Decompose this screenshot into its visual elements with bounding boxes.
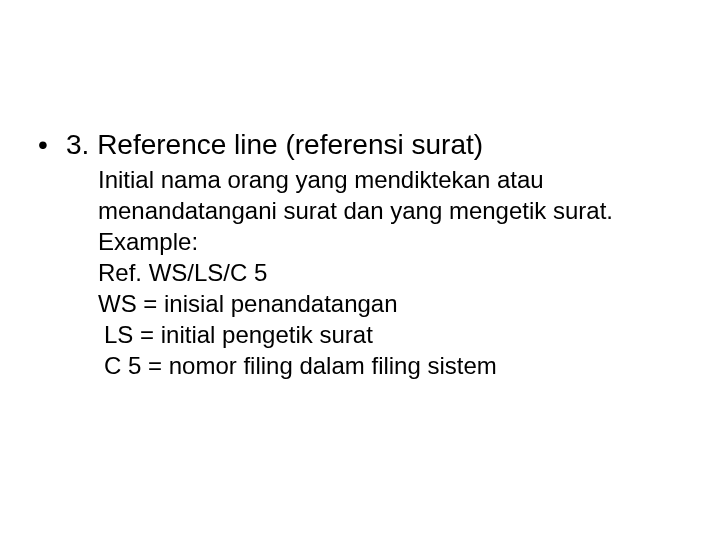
body-line-4: Ref. WS/LS/C 5 — [98, 257, 680, 288]
body-line-2: menandatangani surat dan yang mengetik s… — [98, 195, 680, 226]
slide-container: • 3. Reference line (referensi surat) In… — [0, 0, 720, 540]
bullet-glyph: • — [38, 128, 66, 162]
body-line-7: C 5 = nomor filing dalam filing sistem — [98, 350, 680, 381]
bullet-list-item: • 3. Reference line (referensi surat) — [38, 128, 680, 162]
body-line-6: LS = initial pengetik surat — [98, 319, 680, 350]
body-line-1: Initial nama orang yang mendiktekan atau — [98, 164, 680, 195]
body-line-5: WS = inisial penandatangan — [98, 288, 680, 319]
bullet-heading: 3. Reference line (referensi surat) — [66, 128, 483, 162]
body-line-3: Example: — [98, 226, 680, 257]
body-text-block: Initial nama orang yang mendiktekan atau… — [38, 162, 680, 381]
